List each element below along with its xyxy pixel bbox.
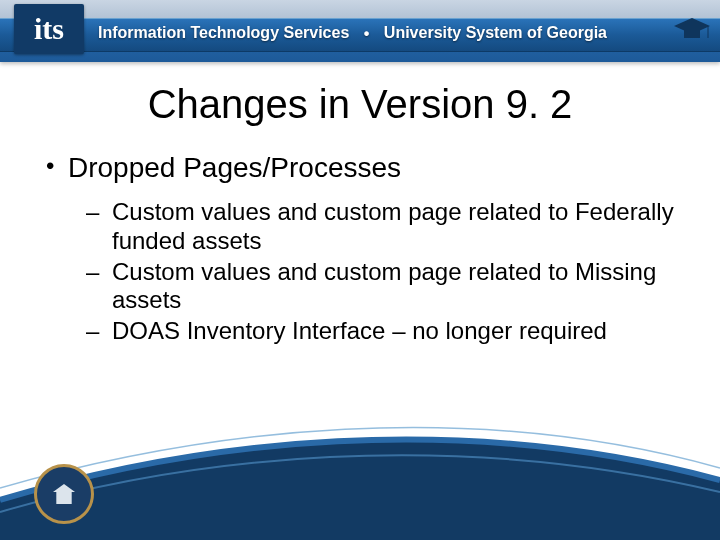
- bottom-swoosh: [0, 400, 720, 540]
- separator-dot-icon: •: [364, 25, 370, 43]
- seal-building-icon: [53, 484, 75, 504]
- sub-bullet-list: Custom values and custom page related to…: [42, 198, 678, 346]
- slide-body: Dropped Pages/Processes Custom values an…: [42, 152, 678, 348]
- bullet-heading: Dropped Pages/Processes: [42, 152, 678, 184]
- org-left-label: Information Technology Services: [98, 24, 349, 41]
- slide: its Information Technology Services • Un…: [0, 0, 720, 540]
- slide-title: Changes in Version 9. 2: [0, 82, 720, 127]
- svg-rect-1: [684, 30, 700, 38]
- list-item: DOAS Inventory Interface – no longer req…: [86, 317, 678, 346]
- list-item: Custom values and custom page related to…: [86, 258, 678, 316]
- org-right-label: University System of Georgia: [384, 24, 607, 41]
- grad-cap-icon: [670, 10, 714, 54]
- list-item: Custom values and custom page related to…: [86, 198, 678, 256]
- its-logo: its: [14, 4, 84, 54]
- header-banner: its Information Technology Services • Un…: [0, 0, 720, 62]
- usg-seal-icon: [34, 464, 94, 524]
- header-org-text: Information Technology Services • Univer…: [98, 24, 607, 43]
